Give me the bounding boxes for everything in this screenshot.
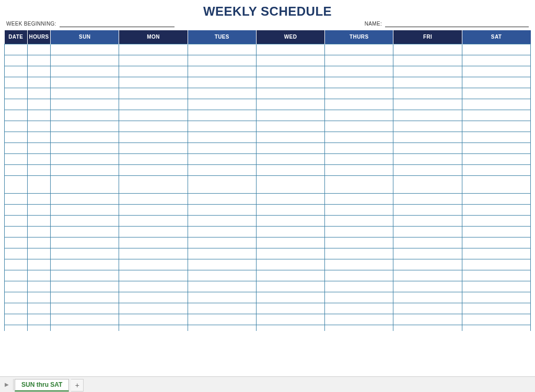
cell[interactable] [462, 303, 530, 314]
cell[interactable] [256, 270, 324, 281]
cell[interactable] [51, 259, 119, 270]
cell[interactable] [462, 175, 530, 193]
cell[interactable] [256, 281, 324, 292]
cell[interactable] [256, 153, 324, 164]
cell[interactable] [119, 88, 188, 99]
cell[interactable] [256, 215, 324, 226]
cell[interactable] [5, 259, 28, 270]
cell[interactable] [5, 132, 28, 142]
cell[interactable] [5, 175, 28, 193]
cell[interactable] [119, 142, 188, 153]
cell[interactable] [393, 325, 462, 331]
cell[interactable] [188, 99, 256, 110]
cell[interactable] [325, 314, 393, 325]
cell[interactable] [393, 132, 462, 142]
cell[interactable] [393, 193, 462, 204]
cell[interactable] [28, 325, 51, 331]
cell[interactable] [462, 66, 530, 77]
cell[interactable] [325, 226, 393, 237]
cell[interactable] [256, 237, 324, 248]
cell[interactable] [28, 142, 51, 153]
cell[interactable] [462, 55, 530, 66]
cell[interactable] [325, 325, 393, 331]
cell[interactable] [325, 270, 393, 281]
cell[interactable] [393, 259, 462, 270]
cell[interactable] [51, 303, 119, 314]
cell[interactable] [325, 292, 393, 303]
cell[interactable] [51, 44, 119, 55]
cell[interactable] [5, 142, 28, 153]
cell[interactable] [256, 226, 324, 237]
cell[interactable] [462, 164, 530, 175]
cell[interactable] [51, 110, 119, 121]
cell[interactable] [119, 237, 188, 248]
cell[interactable] [462, 281, 530, 292]
cell[interactable] [256, 44, 324, 55]
cell[interactable] [51, 153, 119, 164]
cell[interactable] [28, 77, 51, 88]
cell[interactable] [51, 66, 119, 77]
cell[interactable] [119, 292, 188, 303]
cell[interactable] [462, 142, 530, 153]
cell[interactable] [393, 88, 462, 99]
cell[interactable] [325, 66, 393, 77]
cell[interactable] [188, 292, 256, 303]
cell[interactable] [188, 314, 256, 325]
cell[interactable] [325, 237, 393, 248]
cell[interactable] [28, 204, 51, 215]
cell[interactable] [119, 66, 188, 77]
cell[interactable] [325, 175, 393, 193]
cell[interactable] [5, 270, 28, 281]
cell[interactable] [393, 44, 462, 55]
cell[interactable] [462, 215, 530, 226]
cell[interactable] [28, 226, 51, 237]
cell[interactable] [462, 88, 530, 99]
cell[interactable] [256, 314, 324, 325]
cell[interactable] [188, 175, 256, 193]
cell[interactable] [256, 204, 324, 215]
cell[interactable] [325, 121, 393, 132]
cell[interactable] [393, 164, 462, 175]
cell[interactable] [256, 292, 324, 303]
cell[interactable] [256, 66, 324, 77]
cell[interactable] [119, 204, 188, 215]
cell[interactable] [325, 248, 393, 259]
cell[interactable] [51, 77, 119, 88]
cell[interactable] [188, 142, 256, 153]
cell[interactable] [462, 292, 530, 303]
cell[interactable] [325, 204, 393, 215]
cell[interactable] [28, 193, 51, 204]
cell[interactable] [28, 99, 51, 110]
cell[interactable] [51, 215, 119, 226]
cell[interactable] [5, 55, 28, 66]
cell[interactable] [5, 204, 28, 215]
cell[interactable] [188, 132, 256, 142]
cell[interactable] [462, 132, 530, 142]
cell[interactable] [5, 153, 28, 164]
cell[interactable] [188, 164, 256, 175]
cell[interactable] [5, 44, 28, 55]
cell[interactable] [462, 237, 530, 248]
cell[interactable] [188, 237, 256, 248]
cell[interactable] [51, 142, 119, 153]
cell[interactable] [119, 325, 188, 331]
cell[interactable] [256, 88, 324, 99]
cell[interactable] [325, 259, 393, 270]
cell[interactable] [393, 237, 462, 248]
cell[interactable] [393, 66, 462, 77]
cell[interactable] [51, 292, 119, 303]
cell[interactable] [28, 110, 51, 121]
cell[interactable] [462, 259, 530, 270]
cell[interactable] [188, 193, 256, 204]
cell[interactable] [462, 193, 530, 204]
cell[interactable] [28, 66, 51, 77]
cell[interactable] [393, 142, 462, 153]
cell[interactable] [119, 314, 188, 325]
cell[interactable] [256, 55, 324, 66]
cell[interactable] [5, 237, 28, 248]
week-beginning-input[interactable] [60, 21, 175, 27]
cell[interactable] [325, 77, 393, 88]
cell[interactable] [325, 142, 393, 153]
cell[interactable] [119, 215, 188, 226]
cell[interactable] [28, 281, 51, 292]
